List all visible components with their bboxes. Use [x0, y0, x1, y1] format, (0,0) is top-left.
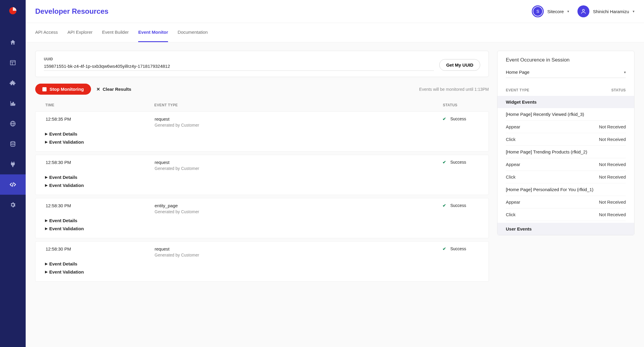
uuid-card: UUID 159871551-bk-z4-4f-1p-sxb3qw6ws405y… [35, 51, 489, 77]
app-logo [7, 5, 19, 17]
user-avatar [577, 5, 589, 17]
nav-globe[interactable] [0, 113, 26, 134]
event-source: Generated by Customer [155, 253, 443, 257]
clear-results-button[interactable]: ✕ Clear Results [96, 87, 131, 92]
nav-layout[interactable] [0, 53, 26, 73]
event-type: request [155, 246, 443, 251]
nav-plugin[interactable] [0, 154, 26, 174]
event-status: ✔Success [443, 203, 478, 208]
event-details-toggle[interactable]: ▶Event Details [45, 130, 478, 138]
svg-rect-8 [14, 104, 15, 105]
caret-right-icon: ▶ [45, 269, 47, 275]
event-source: Generated by Customer [155, 209, 443, 214]
event-type: request [155, 116, 443, 122]
nav-database[interactable] [0, 134, 26, 154]
event-source: Generated by Customer [155, 123, 443, 128]
widget-event-row: ClickNot Received [506, 208, 626, 221]
uuid-value[interactable]: 159871551-bk-z4-4f-1p-sxb3qw6ws405yillrz… [44, 64, 434, 71]
event-type: request [155, 160, 443, 165]
occurrence-title: Event Occurence in Session [506, 57, 626, 63]
nav-analytics[interactable] [0, 93, 26, 113]
event-source: Generated by Customer [155, 166, 443, 171]
chevron-down-icon: ▾ [633, 9, 634, 13]
event-row: 12:58:30 PMentity_pageGenerated by Custo… [35, 198, 489, 238]
check-icon: ✔ [443, 246, 446, 251]
nav-extensions[interactable] [0, 73, 26, 93]
event-time: 12:58:30 PM [46, 160, 155, 165]
event-status: ✔Success [443, 246, 478, 251]
svg-rect-7 [13, 102, 14, 105]
widget-event-row: AppearNot Received [506, 158, 626, 171]
caret-right-icon: ▶ [45, 218, 47, 224]
get-uuid-button[interactable]: Get My UUID [439, 59, 480, 71]
widget-event-row: ClickNot Received [506, 133, 626, 146]
caret-right-icon: ▶ [45, 261, 47, 267]
nav-settings[interactable] [0, 195, 26, 215]
event-status: ✔Success [443, 116, 478, 121]
event-validation-toggle[interactable]: ▶Event Validation [45, 181, 478, 189]
event-type: entity_page [155, 203, 443, 208]
event-details-toggle[interactable]: ▶Event Details [45, 260, 478, 268]
caret-right-icon: ▶ [45, 174, 47, 180]
svg-line-13 [12, 182, 13, 187]
widget-name: [Home Page] Recently Viewed (rfkid_3) [506, 108, 626, 121]
nav-home[interactable] [0, 32, 26, 53]
tab-event-builder[interactable]: Event Builder [102, 23, 129, 42]
event-time: 12:58:30 PM [46, 203, 155, 208]
occurrence-panel: Event Occurence in Session Home Page ▾ E… [497, 51, 634, 235]
caret-right-icon: ▶ [45, 182, 47, 188]
tab-documentation[interactable]: Documentation [178, 23, 208, 42]
caret-right-icon: ▶ [45, 226, 47, 232]
event-details-toggle[interactable]: ▶Event Details [45, 173, 478, 181]
event-row: 12:58:30 PMrequestGenerated by Customer✔… [35, 241, 489, 282]
monitor-until-note: Events will be monitored until 1:13PM [419, 87, 489, 92]
event-status: ✔Success [443, 160, 478, 165]
chevron-down-icon: ▾ [624, 70, 626, 74]
widget-event-row: AppearNot Received [506, 196, 626, 208]
tab-event-monitor[interactable]: Event Monitor [138, 23, 168, 42]
check-icon: ✔ [443, 160, 446, 165]
user-events-header: User Events [497, 223, 634, 235]
org-switcher[interactable]: S Sitecore ▾ [532, 5, 569, 17]
widget-events-header: Widget Events [497, 96, 634, 108]
event-details-toggle[interactable]: ▶Event Details [45, 217, 478, 225]
user-name: Shinichi Haramizu [593, 9, 629, 14]
org-name: Sitecore [547, 9, 564, 14]
event-row: 12:58:35 PMrequestGenerated by Customer✔… [35, 111, 489, 152]
stop-monitoring-button[interactable]: Stop Monitoring [35, 84, 91, 95]
tabs: API AccessAPI ExplorerEvent BuilderEvent… [26, 23, 644, 42]
nav-developer[interactable] [0, 174, 26, 195]
widget-name: [Home Page] Personalized For You (rfkid_… [506, 183, 626, 196]
uuid-label: UUID [44, 57, 434, 61]
widget-event-row: AppearNot Received [506, 121, 626, 133]
caret-right-icon: ▶ [45, 131, 47, 137]
check-icon: ✔ [443, 116, 446, 121]
sidebar [0, 0, 26, 347]
event-row: 12:58:30 PMrequestGenerated by Customer✔… [35, 155, 489, 195]
event-time: 12:58:35 PM [46, 116, 155, 122]
tab-api-explorer[interactable]: API Explorer [67, 23, 93, 42]
chevron-down-icon: ▾ [567, 9, 569, 13]
close-icon: ✕ [96, 87, 100, 92]
svg-rect-6 [11, 103, 12, 105]
event-validation-toggle[interactable]: ▶Event Validation [45, 225, 478, 233]
event-table-header: TIME EVENT TYPE STATUS [35, 99, 489, 111]
widget-event-row: ClickNot Received [506, 171, 626, 183]
caret-right-icon: ▶ [45, 139, 47, 145]
event-validation-toggle[interactable]: ▶Event Validation [45, 268, 478, 276]
widget-name: [Home Page] Trending Products (rfkid_2) [506, 146, 626, 158]
svg-rect-1 [10, 61, 16, 65]
stop-icon [42, 87, 47, 91]
org-avatar: S [532, 5, 544, 17]
check-icon: ✔ [443, 203, 446, 208]
event-time: 12:58:30 PM [46, 246, 155, 251]
svg-point-14 [583, 9, 585, 11]
svg-point-12 [11, 142, 15, 143]
page-title: Developer Resources [35, 7, 108, 16]
user-menu[interactable]: Shinichi Haramizu ▾ [577, 5, 634, 17]
tab-api-access[interactable]: API Access [35, 23, 58, 42]
event-validation-toggle[interactable]: ▶Event Validation [45, 138, 478, 146]
header: Developer Resources S Sitecore ▾ Shinich… [26, 0, 644, 23]
page-select[interactable]: Home Page ▾ [506, 70, 626, 78]
